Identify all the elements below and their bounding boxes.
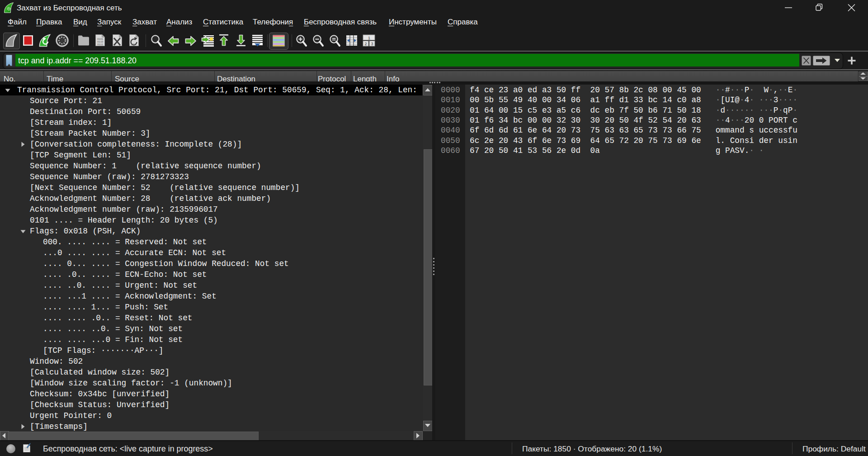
svg-text:3: 3 — [371, 42, 373, 46]
svg-text:101: 101 — [131, 43, 136, 46]
svg-text:0111: 0111 — [97, 43, 104, 46]
svg-text:2: 2 — [365, 42, 367, 46]
svg-text:1: 1 — [368, 36, 370, 40]
